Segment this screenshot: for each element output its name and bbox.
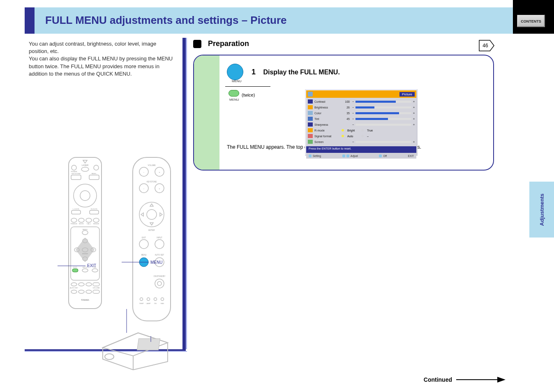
svg-text:ON/STANDBY: ON/STANDBY bbox=[154, 275, 166, 277]
preparation-bullet-icon bbox=[193, 40, 201, 48]
contents-button[interactable]: CONTENTS bbox=[517, 15, 545, 27]
page-number: 46 bbox=[482, 43, 488, 48]
osd-tab-icon bbox=[308, 92, 313, 97]
osd-row-label: Screen bbox=[314, 141, 340, 143]
osd-row-label: Color bbox=[314, 112, 340, 115]
svg-marker-26 bbox=[76, 238, 95, 262]
svg-marker-61 bbox=[150, 204, 153, 206]
svg-text:EXIT: EXIT bbox=[74, 266, 77, 268]
laser-label: LASER bbox=[82, 164, 89, 166]
osd-title: Picture bbox=[399, 92, 415, 97]
continued-label: Continued bbox=[424, 376, 452, 383]
svg-text:MUTE: MUTE bbox=[79, 223, 84, 225]
svg-text:AUTO SET: AUTO SET bbox=[155, 254, 164, 256]
svg-text:PAGE+: PAGE+ bbox=[91, 173, 97, 175]
osd-row: Signal formatAuto– bbox=[308, 133, 415, 139]
preparation-box: 1 Display the FULL MENU. MENU (twice) ME… bbox=[193, 55, 494, 171]
osd-message: Press the ENTER button to reset. bbox=[306, 146, 416, 153]
menu-circle-label: MENU bbox=[232, 79, 485, 83]
svg-text:FREEZE: FREEZE bbox=[71, 223, 77, 225]
osd-row: Contrast100−+ bbox=[308, 99, 415, 104]
svg-point-44 bbox=[78, 290, 84, 293]
svg-point-68 bbox=[139, 240, 148, 249]
svg-point-87 bbox=[105, 354, 114, 360]
osd-row-label: Tint bbox=[314, 118, 340, 120]
svg-text:R-CLICK: R-CLICK bbox=[91, 208, 97, 210]
preparation-heading: Preparation bbox=[208, 39, 249, 48]
signal-icon bbox=[308, 134, 313, 138]
menu-button-blue bbox=[139, 258, 148, 267]
osd-bottom-adjust: Adjust bbox=[351, 154, 358, 157]
osd-row-label: Sharpness bbox=[314, 123, 340, 126]
svg-point-60 bbox=[147, 210, 157, 219]
svg-text:−: − bbox=[143, 187, 145, 190]
page-title: FULL MENU adjustments and settings – Pic… bbox=[45, 14, 287, 27]
screen-icon bbox=[308, 140, 313, 144]
twice-note: (twice) bbox=[242, 92, 255, 97]
svg-point-34 bbox=[82, 269, 88, 272]
osd-preview: Picture Contrast100−+Brightness26−+Color… bbox=[305, 89, 418, 156]
step-number: 1 bbox=[252, 68, 256, 76]
svg-text:VOLUME: VOLUME bbox=[148, 164, 155, 166]
svg-point-40 bbox=[86, 283, 92, 286]
menu-circle-icon bbox=[227, 64, 243, 80]
osd-row-value: 35 bbox=[342, 112, 351, 115]
svg-marker-1 bbox=[83, 160, 87, 163]
svg-rect-11 bbox=[72, 210, 81, 214]
osd-row-value: 100 bbox=[342, 100, 351, 103]
svg-marker-63 bbox=[141, 213, 143, 216]
svg-point-9 bbox=[74, 184, 97, 207]
brightness-icon bbox=[308, 105, 313, 109]
vertical-divider bbox=[182, 38, 186, 349]
svg-point-39 bbox=[78, 283, 84, 286]
svg-point-17 bbox=[86, 218, 92, 222]
osd-row-value: 26 bbox=[342, 106, 351, 109]
osd-row-label: R-mode bbox=[314, 129, 340, 132]
side-tab-label: Adjustments bbox=[539, 194, 545, 226]
osd-row: Color35−+ bbox=[308, 110, 415, 116]
osd-bottom-off: Off bbox=[383, 154, 387, 157]
osd-bottom-exit: EXIT bbox=[408, 154, 414, 157]
svg-point-16 bbox=[78, 218, 84, 222]
svg-point-76 bbox=[140, 298, 143, 301]
osd-row: Tint45−+ bbox=[308, 116, 415, 122]
osd-row-label: Brightness bbox=[314, 106, 340, 109]
side-tab-adjustments: Adjustments bbox=[529, 182, 554, 238]
osd-row: Sharpness−+ bbox=[308, 122, 415, 127]
svg-rect-46 bbox=[93, 290, 99, 293]
svg-text:MENU: MENU bbox=[141, 254, 146, 256]
svg-point-4 bbox=[94, 165, 99, 170]
svg-rect-41 bbox=[93, 283, 99, 286]
svg-text:+: + bbox=[159, 171, 160, 173]
svg-rect-88 bbox=[137, 339, 160, 350]
exit-button-green bbox=[72, 269, 78, 272]
svg-marker-62 bbox=[150, 223, 153, 225]
svg-text:LAMP: LAMP bbox=[146, 302, 151, 304]
osd-row: R-modeBrightTrue bbox=[308, 127, 415, 133]
osd-row-label: Signal format bbox=[314, 135, 340, 138]
svg-point-43 bbox=[71, 290, 77, 293]
page-tag-icon: 46 bbox=[478, 39, 495, 52]
svg-text:RESIZE: RESIZE bbox=[93, 223, 99, 225]
continued-indicator: Continued bbox=[424, 376, 506, 384]
menu-small-icon bbox=[229, 90, 239, 97]
svg-point-38 bbox=[71, 283, 77, 286]
svg-text:FAN: FAN bbox=[161, 302, 164, 304]
svg-rect-12 bbox=[90, 210, 99, 214]
osd-row: Screen−+ bbox=[308, 139, 415, 145]
svg-text:TEMP: TEMP bbox=[139, 302, 143, 304]
svg-text:CALL: CALL bbox=[87, 223, 91, 225]
sharpness-icon bbox=[308, 122, 313, 127]
svg-point-3 bbox=[81, 167, 89, 171]
svg-text:VOLUME: VOLUME bbox=[93, 287, 100, 289]
svg-text:INPUT: INPUT bbox=[83, 266, 88, 268]
svg-text:L-CLICK: L-CLICK bbox=[73, 208, 79, 210]
svg-point-59 bbox=[139, 202, 164, 227]
step-instruction: Display the FULL MENU. bbox=[263, 69, 339, 76]
svg-point-15 bbox=[71, 218, 77, 222]
vertical-divider-inner bbox=[186, 38, 187, 349]
svg-rect-6 bbox=[89, 175, 99, 180]
svg-marker-95 bbox=[497, 377, 506, 383]
intro-text: You can adjust contrast, brightness, col… bbox=[25, 38, 181, 80]
svg-point-80 bbox=[154, 298, 157, 301]
